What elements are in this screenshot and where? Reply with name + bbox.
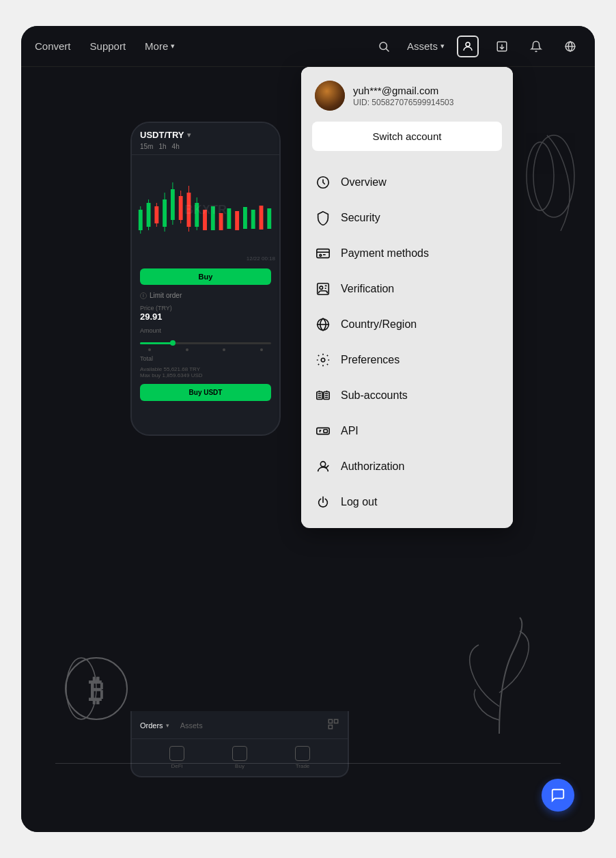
menu-label-payment: Payment methods	[341, 247, 429, 260]
menu-item-subaccounts[interactable]: Sub-accounts	[301, 378, 513, 413]
menu-label-logout: Log out	[341, 496, 377, 508]
svg-rect-43	[328, 719, 332, 723]
hand-decoration	[513, 122, 581, 261]
user-email: yuh***@gmail.com	[353, 85, 499, 96]
subaccounts-icon	[315, 387, 331, 404]
bell-icon-button[interactable]	[525, 36, 547, 57]
phone-timeframes: 15m 1h 4h	[140, 143, 271, 150]
menu-item-api[interactable]: API	[301, 413, 513, 449]
svg-rect-42	[267, 208, 271, 229]
phone-icon-trade[interactable]: Trade	[295, 746, 310, 769]
phone-buy-usd-button[interactable]: Buy USDT	[140, 384, 271, 401]
menu-item-country[interactable]: Country/Region	[301, 307, 513, 342]
menu-item-verification[interactable]: Verification	[301, 271, 513, 307]
user-avatar	[315, 81, 345, 111]
main-area: ₿	[21, 67, 595, 832]
gear-icon	[315, 352, 331, 368]
menu-item-authorization[interactable]: Authorization	[301, 449, 513, 484]
phone-icon-defi[interactable]: DeFi	[169, 746, 184, 769]
assets-chevron-icon: ▾	[440, 42, 445, 51]
profile-icon-button[interactable]	[457, 36, 479, 57]
svg-point-2	[466, 42, 470, 46]
phone-slider-dots	[140, 348, 271, 351]
phone-slider	[140, 342, 271, 344]
clock-icon	[315, 174, 331, 191]
bottom-line	[55, 763, 561, 764]
menu-item-security[interactable]: Security	[301, 200, 513, 236]
svg-point-48	[320, 254, 322, 256]
device-frame: Convert Support More ▾ Assets ▾	[21, 26, 595, 832]
tf-1h: 1h	[158, 143, 166, 150]
assets-label: Assets	[407, 40, 438, 52]
shield-icon	[315, 210, 331, 226]
assets-button[interactable]: Assets ▾	[407, 40, 445, 52]
chart-watermark: BKXTR	[184, 203, 227, 217]
menu-item-logout[interactable]: Log out	[301, 484, 513, 520]
menu-item-payment[interactable]: Payment methods	[301, 236, 513, 271]
menu-label-verification: Verification	[341, 283, 394, 295]
phone-order-type: i Limit order	[132, 289, 279, 302]
country-globe-icon	[315, 316, 331, 333]
svg-point-52	[321, 358, 325, 362]
phone-tab-orders[interactable]: Orders ▾	[140, 718, 169, 733]
nav-more[interactable]: More ▾	[145, 40, 175, 52]
phone-bottom-icons: DeFi Buy Trade	[132, 739, 348, 769]
svg-rect-45	[328, 725, 332, 729]
menu-label-preferences: Preferences	[341, 354, 400, 366]
svg-line-1	[386, 49, 389, 51]
nav-convert[interactable]: Convert	[35, 40, 71, 52]
svg-rect-25	[179, 196, 183, 220]
switch-account-section: Switch account	[301, 122, 513, 162]
convert-label: Convert	[35, 40, 71, 52]
menu-item-preferences[interactable]: Preferences	[301, 342, 513, 378]
tf-15m: 15m	[140, 143, 153, 150]
phone-bottom-bar: Orders ▾ Assets	[130, 711, 349, 777]
dropdown-menu: yuh***@gmail.com UID: 505827076599914503…	[301, 67, 513, 528]
menu-item-overview[interactable]: Overview	[301, 165, 513, 200]
svg-rect-13	[147, 203, 151, 227]
switch-account-button[interactable]: Switch account	[312, 122, 502, 151]
phone-mockup: USDT/TRY ▾ 15m 1h 4h	[130, 122, 281, 436]
support-label: Support	[90, 40, 126, 52]
user-uid: UID: 505827076599914503	[353, 98, 499, 107]
search-icon[interactable]	[373, 36, 395, 57]
verification-icon	[315, 281, 331, 297]
payment-icon	[315, 245, 331, 262]
svg-rect-19	[163, 199, 167, 227]
menu-label-country: Country/Region	[341, 318, 417, 331]
phone-header: USDT/TRY ▾ 15m 1h 4h	[132, 123, 279, 155]
navbar: Convert Support More ▾ Assets ▾	[21, 26, 595, 67]
menu-items-list: Overview Security	[301, 162, 513, 523]
bitcoin-decoration: ₿	[62, 654, 130, 723]
menu-label-api: API	[341, 425, 359, 437]
tf-4h: 4h	[172, 143, 180, 150]
api-icon	[315, 423, 331, 439]
svg-rect-56	[324, 430, 328, 433]
phone-pair: USDT/TRY ▾	[140, 130, 271, 140]
menu-label-security: Security	[341, 212, 380, 224]
phone-buy-button[interactable]: Buy	[140, 268, 271, 285]
phone-available: Available 55,621.68 TRY Max buy 1,859.63…	[132, 365, 279, 380]
svg-rect-37	[227, 208, 231, 229]
menu-label-subaccounts: Sub-accounts	[341, 389, 408, 402]
svg-rect-16	[154, 206, 158, 223]
phone-total: Total	[132, 352, 279, 365]
svg-rect-41	[260, 206, 264, 230]
svg-rect-22	[171, 189, 175, 220]
chart-date: 12/22 00:18	[247, 255, 275, 262]
phone-tab-assets[interactable]: Assets	[180, 718, 203, 733]
chat-button[interactable]	[542, 779, 574, 812]
power-icon	[315, 494, 331, 510]
phone-price-row: Price (TRY) 29.91	[132, 302, 279, 324]
svg-point-50	[320, 286, 323, 290]
phone-chart: BKXTR 12/22 00:18	[132, 155, 279, 264]
phone-icon-buy[interactable]: Buy	[232, 746, 247, 769]
globe-icon-button[interactable]	[559, 36, 581, 57]
download-icon-button[interactable]	[491, 36, 513, 57]
menu-label-authorization: Authorization	[341, 460, 404, 473]
svg-rect-47	[317, 249, 329, 258]
nav-support[interactable]: Support	[90, 40, 126, 52]
chevron-down-icon: ▾	[171, 42, 175, 51]
order-type-text: Limit order	[150, 292, 182, 299]
svg-point-9	[527, 142, 554, 210]
